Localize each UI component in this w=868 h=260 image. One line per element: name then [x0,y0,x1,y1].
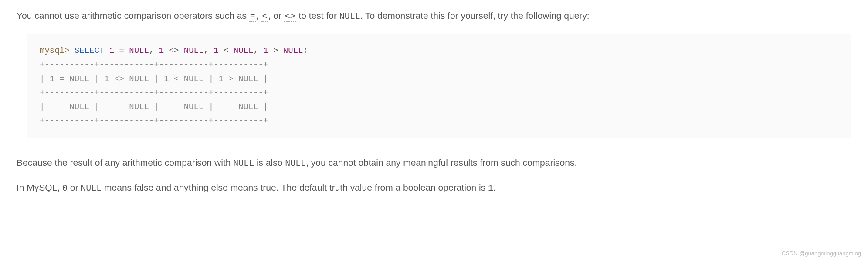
text: , you cannot obtain any meaningful resul… [306,157,577,168]
text: Because the result of any arithmetic com… [17,157,233,168]
null-literal: NULL [81,183,102,193]
comma: , [253,46,258,55]
less-than-op: < [224,46,228,55]
text: means false and anything else means true… [102,182,488,192]
number-literal: 1 [109,46,114,55]
equals-op: = [119,46,124,55]
null-literal: NULL [184,46,204,55]
number-literal: 1 [159,46,164,55]
truth-value-paragraph: In MySQL, 0 or NULL means false and anyt… [17,181,851,195]
intro-paragraph: You cannot use arithmetic comparison ope… [17,9,851,23]
semicolon: ; [303,46,308,55]
text: In MySQL, [17,182,62,192]
comma: , [203,46,208,55]
not-equal-operator: <> [284,11,296,22]
equals-operator: = [249,11,256,22]
mysql-prompt: mysql> [40,46,69,55]
text: You cannot use arithmetic comparison ope… [17,10,249,21]
null-literal: NULL [234,46,254,55]
one-literal: 1 [488,183,493,193]
text: . To demonstrate this for yourself, try … [360,10,590,21]
result-paragraph: Because the result of any arithmetic com… [17,156,851,170]
number-literal: 1 [214,46,218,55]
text: , or [268,10,284,21]
text: is also [254,157,285,168]
text: or [68,182,81,192]
select-keyword: SELECT [75,46,104,55]
greater-than-op: > [273,46,278,55]
less-than-operator: < [261,11,268,22]
null-literal: NULL [339,11,360,21]
text: , [256,10,261,21]
null-literal: NULL [129,46,149,55]
output-header-row: | 1 = NULL | 1 <> NULL | 1 < NULL | 1 > … [40,74,268,84]
null-literal: NULL [283,46,303,55]
sql-code-block: mysql> SELECT 1 = NULL, 1 <> NULL, 1 < N… [27,34,851,138]
zero-literal: 0 [62,183,68,193]
text: . [493,182,496,192]
comma: , [149,46,154,55]
not-equal-op: <> [169,46,179,55]
null-literal: NULL [233,158,254,168]
output-divider: +----------+-----------+----------+-----… [40,88,268,98]
null-literal: NULL [285,158,306,168]
output-divider: +----------+-----------+----------+-----… [40,60,268,69]
output-divider: +----------+-----------+----------+-----… [40,116,268,126]
text: to test for [296,10,339,21]
number-literal: 1 [263,46,268,55]
output-data-row: | NULL | NULL | NULL | NULL | [40,102,268,112]
